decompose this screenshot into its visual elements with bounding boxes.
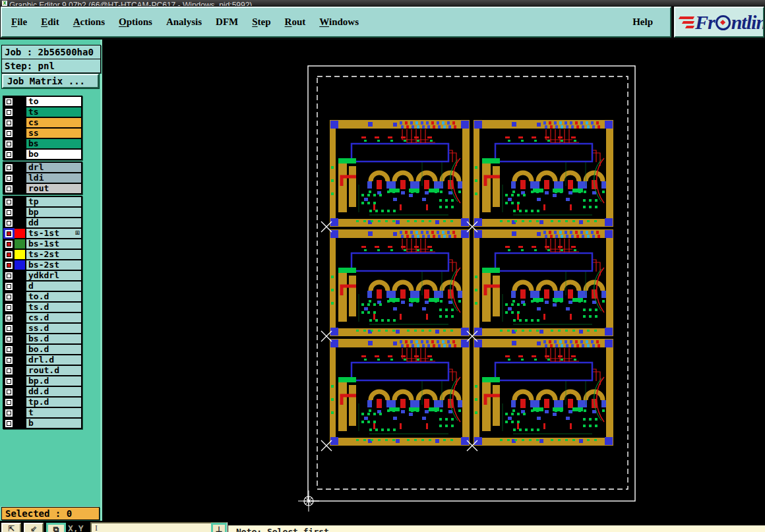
layer-visibility-checkbox[interactable] bbox=[5, 140, 13, 148]
layer-name[interactable]: bs-2st bbox=[26, 260, 82, 270]
layer-visibility-cell[interactable] bbox=[3, 344, 15, 355]
layer-name[interactable]: cs bbox=[26, 117, 82, 128]
layer-name[interactable]: to bbox=[26, 96, 82, 107]
layer-color-swatch[interactable] bbox=[15, 366, 25, 375]
menu-item-help[interactable]: Help bbox=[632, 16, 653, 28]
layer-visibility-checkbox[interactable] bbox=[5, 119, 13, 127]
layer-visibility-checkbox[interactable] bbox=[5, 325, 13, 332]
layer-color-swatch[interactable] bbox=[15, 208, 25, 217]
layer-visibility-checkbox[interactable] bbox=[5, 283, 13, 290]
layer-name[interactable]: bs-1st bbox=[26, 239, 82, 249]
menu-item[interactable]: DFM bbox=[216, 16, 238, 28]
layer-color-swatch[interactable] bbox=[15, 398, 25, 407]
layer-row[interactable]: ts-1st⊞ bbox=[3, 228, 82, 239]
layer-name[interactable]: bp bbox=[26, 207, 82, 218]
layer-name[interactable]: ts-1st⊞ bbox=[26, 228, 82, 239]
layer-name[interactable]: tp bbox=[26, 196, 82, 207]
layer-visibility-checkbox[interactable] bbox=[5, 304, 13, 311]
menu-item[interactable]: Rout bbox=[285, 16, 306, 28]
cursor-nw-button[interactable]: ⇱ bbox=[1, 523, 21, 532]
layer-visibility-cell[interactable] bbox=[3, 281, 15, 291]
layer-name[interactable]: ss.d bbox=[26, 323, 82, 334]
layer-visibility-cell[interactable] bbox=[3, 249, 15, 260]
layer-name[interactable]: t bbox=[26, 407, 82, 418]
layer-name[interactable]: bo.d bbox=[26, 344, 82, 355]
layer-row[interactable]: rout.d bbox=[3, 365, 82, 376]
layer-color-swatch[interactable] bbox=[15, 218, 25, 227]
layer-name[interactable]: cs.d bbox=[26, 312, 82, 323]
layer-visibility-checkbox[interactable] bbox=[5, 251, 13, 258]
layer-visibility-cell[interactable] bbox=[3, 291, 15, 302]
layer-row[interactable]: to.d bbox=[3, 291, 82, 302]
layer-color-swatch[interactable] bbox=[15, 118, 25, 127]
frame-select-button[interactable]: ⧉ bbox=[46, 523, 66, 532]
layer-visibility-cell[interactable] bbox=[3, 96, 15, 107]
layer-visibility-checkbox[interactable] bbox=[5, 241, 13, 248]
layer-visibility-cell[interactable] bbox=[3, 270, 15, 281]
layer-name[interactable]: rout bbox=[26, 183, 82, 194]
layer-color-swatch[interactable] bbox=[15, 184, 25, 193]
layer-row[interactable]: t bbox=[3, 407, 82, 418]
layer-row[interactable]: ts.d bbox=[3, 302, 82, 312]
layer-visibility-checkbox[interactable] bbox=[5, 230, 13, 237]
layer-row[interactable]: bo bbox=[3, 149, 82, 160]
layer-color-swatch[interactable] bbox=[15, 303, 25, 312]
layer-row[interactable]: to bbox=[3, 96, 82, 107]
layer-visibility-cell[interactable] bbox=[3, 302, 15, 312]
menu-item[interactable]: File bbox=[11, 16, 27, 28]
menu-item[interactable]: Edit bbox=[41, 16, 59, 28]
layer-color-swatch[interactable] bbox=[15, 107, 25, 117]
layer-color-swatch[interactable] bbox=[15, 324, 25, 333]
layer-visibility-checkbox[interactable] bbox=[5, 420, 13, 427]
layer-visibility-checkbox[interactable] bbox=[5, 314, 13, 322]
cursor-sw-button[interactable]: ⇙ bbox=[24, 523, 44, 532]
layer-visibility-cell[interactable] bbox=[3, 418, 15, 429]
layer-name[interactable]: ts.d bbox=[26, 302, 82, 312]
layer-row[interactable]: dd bbox=[3, 218, 82, 228]
layer-color-swatch[interactable] bbox=[15, 271, 25, 280]
layer-visibility-checkbox[interactable] bbox=[5, 378, 13, 385]
layer-row[interactable]: ydkdrl bbox=[3, 270, 82, 281]
layer-visibility-checkbox[interactable] bbox=[5, 198, 13, 206]
layer-visibility-cell[interactable] bbox=[3, 228, 15, 239]
menu-item[interactable]: Options bbox=[119, 16, 152, 28]
layer-color-swatch[interactable] bbox=[15, 173, 25, 183]
layer-visibility-cell[interactable] bbox=[3, 183, 15, 194]
pcb-board[interactable] bbox=[330, 339, 470, 446]
layer-color-swatch[interactable] bbox=[15, 97, 25, 106]
layer-row[interactable]: drl.d bbox=[3, 355, 82, 365]
pcb-board[interactable] bbox=[474, 229, 613, 336]
layer-visibility-checkbox[interactable] bbox=[5, 151, 13, 158]
job-matrix-button[interactable]: Job Matrix ... bbox=[2, 74, 99, 88]
pcb-board[interactable] bbox=[330, 229, 470, 336]
layer-row[interactable]: bs-2st bbox=[3, 260, 82, 270]
layer-visibility-checkbox[interactable] bbox=[5, 98, 13, 105]
layer-color-swatch[interactable] bbox=[15, 376, 25, 386]
layer-visibility-cell[interactable] bbox=[3, 365, 15, 376]
layer-name[interactable]: ydkdrl bbox=[26, 270, 82, 281]
layer-row[interactable]: tp.d bbox=[3, 397, 82, 407]
layer-visibility-cell[interactable] bbox=[3, 386, 15, 397]
layer-color-swatch[interactable] bbox=[15, 239, 25, 249]
layer-row[interactable]: ldi bbox=[3, 173, 82, 183]
layer-visibility-cell[interactable] bbox=[3, 323, 15, 334]
layer-name[interactable]: d bbox=[26, 281, 82, 291]
layer-row[interactable]: bp bbox=[3, 207, 82, 218]
layer-color-swatch[interactable] bbox=[15, 387, 25, 396]
layer-visibility-cell[interactable] bbox=[3, 312, 15, 323]
layer-row[interactable]: bp.d bbox=[3, 376, 82, 386]
layer-name[interactable]: ldi bbox=[26, 173, 82, 183]
layer-row[interactable]: bs bbox=[3, 138, 82, 149]
layer-visibility-cell[interactable] bbox=[3, 138, 15, 149]
layer-row[interactable]: rout bbox=[3, 183, 82, 194]
layer-color-swatch[interactable] bbox=[15, 408, 25, 417]
layer-visibility-cell[interactable] bbox=[3, 376, 15, 386]
pcb-board[interactable] bbox=[474, 120, 613, 227]
layer-visibility-checkbox[interactable] bbox=[5, 346, 13, 353]
menu-item[interactable]: Windows bbox=[319, 16, 359, 28]
layer-visibility-checkbox[interactable] bbox=[5, 185, 13, 192]
layer-visibility-checkbox[interactable] bbox=[5, 164, 13, 171]
layer-name[interactable]: bo bbox=[26, 149, 82, 160]
layer-row[interactable]: ts-2st bbox=[3, 249, 82, 260]
layer-visibility-checkbox[interactable] bbox=[5, 367, 13, 374]
